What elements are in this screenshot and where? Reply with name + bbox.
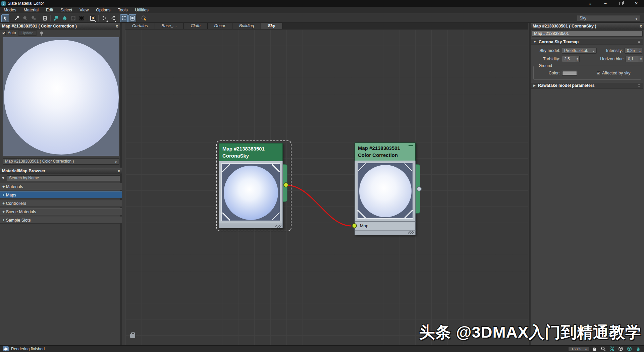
- resize-grip-icon[interactable]: [408, 231, 414, 234]
- spinner-arrows-icon[interactable]: ▲▼: [575, 56, 580, 62]
- map-name-field[interactable]: [532, 31, 643, 37]
- category-materials[interactable]: + Materials: [0, 183, 122, 190]
- spinner-arrows-icon[interactable]: ▲▼: [638, 48, 642, 54]
- material-map-browser-toggle[interactable]: [120, 14, 128, 22]
- navigator-close-icon[interactable]: x: [116, 24, 118, 28]
- affected-by-sky-checkbox[interactable]: ✔: [597, 71, 600, 75]
- show-shaded-material-in-viewport-button[interactable]: [52, 14, 60, 22]
- select-tool-button[interactable]: [1, 14, 9, 22]
- node-cc-thumbnail: [357, 163, 413, 219]
- ground-color-label: Color:: [534, 71, 560, 75]
- zoom-region-button[interactable]: [608, 346, 615, 352]
- rollout-corona-sky-texmap[interactable]: ▼ Corona Sky Texmap: [531, 39, 643, 45]
- turbidity-row: Turbidity: 2,5 ▲▼ Horizon blur: 0,1 ▲▼: [531, 56, 644, 62]
- sky-model-dropdown[interactable]: Preeth...et.al. ▼: [562, 48, 597, 54]
- category-scene-materials[interactable]: + Scene Materials: [0, 208, 122, 215]
- tab-base[interactable]: Base_...: [155, 23, 184, 29]
- node-color-correction-header[interactable]: Map #2138383501 Color Correction: [355, 142, 416, 161]
- node-color-correction[interactable]: Map #2138383501 Color Correction Map: [355, 142, 416, 235]
- lock-icon[interactable]: [130, 334, 135, 338]
- menu-select[interactable]: Select: [57, 7, 76, 13]
- pan-hand-icon: [592, 346, 597, 351]
- category-controllers[interactable]: + Controllers: [0, 200, 122, 207]
- turbidity-value: 2,5: [562, 56, 575, 62]
- node-cc-title-line1: Map #2138383501: [358, 144, 412, 152]
- show-background-button[interactable]: [69, 14, 77, 22]
- minimize-button[interactable]: –: [598, 0, 613, 7]
- restore-icon: [620, 2, 623, 5]
- rollout-rawafake[interactable]: ▶ Rawafake model parameters: [531, 82, 643, 89]
- turbidity-spinner[interactable]: 2,5 ▲▼: [562, 56, 580, 62]
- close-button[interactable]: ✕: [629, 0, 644, 7]
- node-cc-output-socket[interactable]: [417, 186, 422, 191]
- show-realistic-material-in-viewport-button[interactable]: [61, 14, 68, 22]
- tab-sky[interactable]: Sky: [261, 23, 282, 29]
- zoom-level-dropdown[interactable]: 133% ▼: [568, 346, 589, 352]
- node-coronasky[interactable]: Map #2138383501 CoronaSky: [219, 143, 283, 228]
- sky-model-label: Sky model:: [531, 48, 560, 53]
- node-coronasky-title-line1: Map #2138383501: [222, 145, 279, 152]
- view-tab-bar: Curtains Base_... Cloth Decor Building S…: [125, 23, 528, 30]
- node-coronasky-header[interactable]: Map #2138383501 CoronaSky: [219, 143, 283, 161]
- layout-all-vertical-button[interactable]: [100, 14, 108, 22]
- update-button[interactable]: Update: [18, 31, 37, 36]
- tab-cloth[interactable]: Cloth: [184, 23, 207, 29]
- tab-curtains[interactable]: Curtains: [125, 23, 155, 29]
- zoom-extents-selected-button[interactable]: [626, 346, 633, 352]
- pan-to-selected-button[interactable]: [635, 346, 641, 352]
- spinner-arrows-icon[interactable]: ▲▼: [639, 56, 643, 62]
- put-material-to-scene-button[interactable]: [21, 14, 29, 22]
- menu-modes[interactable]: Modes: [0, 7, 20, 13]
- background-icon: [70, 15, 76, 21]
- intensity-spinner[interactable]: 0,25 ▲▼: [625, 48, 642, 54]
- browser-options-icon[interactable]: ▼: [1, 176, 5, 180]
- pan-view-button[interactable]: [591, 346, 598, 352]
- params-close-icon[interactable]: x: [640, 24, 642, 28]
- tab-decor[interactable]: Decor: [208, 23, 232, 29]
- navigator-map-selector[interactable]: Map #2138383501 ( Color Correction ) ▼: [3, 158, 119, 165]
- chevron-down-icon: ▼: [114, 160, 117, 165]
- ground-color-swatch[interactable]: [562, 71, 577, 75]
- node-cc-map-slot[interactable]: Map: [355, 222, 416, 230]
- menu-utilities[interactable]: Utilities: [131, 7, 152, 13]
- material-preview: [3, 37, 119, 156]
- pan-zoom-tool-button[interactable]: [140, 14, 148, 22]
- menu-options[interactable]: Options: [92, 7, 114, 13]
- menu-edit[interactable]: Edit: [42, 7, 57, 13]
- parameter-grid-icon: [130, 15, 135, 21]
- node-cc-map-input-socket[interactable]: [352, 223, 357, 228]
- search-input[interactable]: [7, 175, 120, 181]
- resize-window-button[interactable]: ↔: [582, 0, 598, 7]
- menu-view[interactable]: View: [76, 7, 92, 13]
- parameter-editor-toggle[interactable]: [128, 14, 136, 22]
- rollout-grip-icon: [638, 41, 641, 43]
- resize-grip-icon[interactable]: [275, 225, 281, 228]
- preview-sphere: [4, 40, 119, 155]
- pin-icon[interactable]: [40, 32, 43, 34]
- zoom-extents-button[interactable]: [617, 346, 624, 352]
- tab-building[interactable]: Building: [232, 23, 261, 29]
- node-coronasky-output-socket[interactable]: [283, 182, 288, 187]
- show-background-dark-button[interactable]: [77, 14, 85, 22]
- horizon-blur-spinner[interactable]: 0,1 ▲▼: [626, 56, 643, 62]
- assign-material-to-selection-button[interactable]: [30, 14, 37, 22]
- category-sample-slots[interactable]: + Sample Slots: [0, 217, 122, 224]
- thumb-corner-mark: [272, 213, 280, 221]
- node-canvas[interactable]: Map #2138383501 CoronaSky Map: [125, 30, 528, 345]
- active-view-selector[interactable]: Sky ▼: [577, 15, 640, 21]
- browser-close-icon[interactable]: x: [118, 169, 120, 173]
- delete-selected-button[interactable]: [41, 14, 49, 22]
- material-id-channel-button[interactable]: 0: [89, 14, 97, 22]
- category-maps[interactable]: + Maps: [0, 191, 122, 198]
- pick-material-from-object-button[interactable]: [13, 14, 20, 22]
- restore-button[interactable]: [613, 0, 629, 7]
- auto-checkbox[interactable]: ✔: [2, 31, 6, 35]
- menu-tools[interactable]: Tools: [114, 7, 131, 13]
- layout-children-button[interactable]: [109, 14, 116, 22]
- horizon-blur-label: Horizon blur:: [595, 57, 624, 61]
- menu-material[interactable]: Material: [20, 7, 42, 13]
- zoom-tool-button[interactable]: [600, 346, 606, 352]
- rollout-title: Corona Sky Texmap: [539, 40, 579, 44]
- node-minimize-icon[interactable]: [409, 145, 413, 146]
- chevron-down-icon: ▼: [585, 347, 587, 352]
